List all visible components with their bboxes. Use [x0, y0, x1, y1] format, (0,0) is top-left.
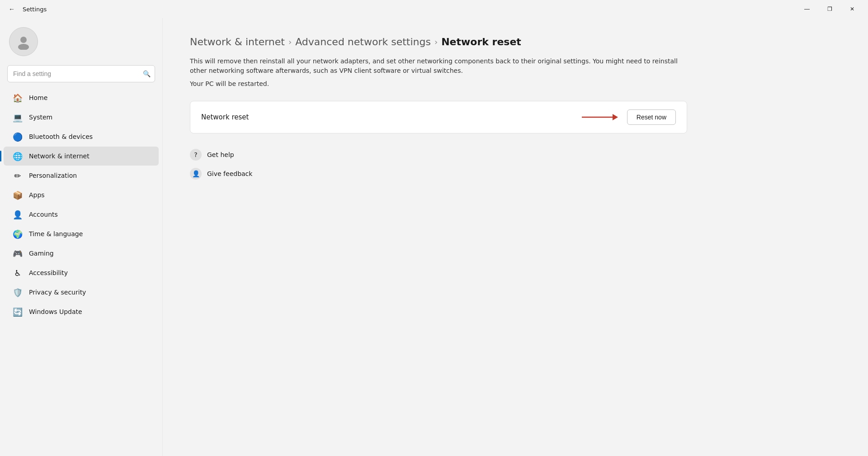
sidebar-item-privacy[interactable]: 🛡️ Privacy & security: [4, 283, 159, 302]
close-button[interactable]: ✕: [842, 2, 863, 16]
sidebar-item-home[interactable]: 🏠 Home: [4, 88, 159, 107]
svg-marker-3: [613, 114, 618, 120]
reset-card-label: Network reset: [201, 113, 249, 121]
personalization-icon: ✏️: [13, 171, 23, 180]
time-icon: 🌍: [13, 229, 23, 239]
home-icon: 🏠: [13, 93, 23, 103]
sidebar-item-accounts[interactable]: 👤 Accounts: [4, 205, 159, 224]
sidebar-item-network[interactable]: 🌐 Network & internet: [4, 147, 159, 166]
sidebar-item-label-home: Home: [29, 94, 47, 101]
reset-card-right: Reset now: [582, 109, 676, 125]
reset-now-button[interactable]: Reset now: [627, 109, 676, 125]
help-item-get-help[interactable]: ? Get help: [190, 147, 841, 162]
accounts-icon: 👤: [13, 209, 23, 219]
main-content: Network & internet›Advanced network sett…: [163, 18, 868, 456]
feedback-icon: 👤: [190, 168, 202, 180]
sidebar-nav: 🏠 Home 💻 System 🔵 Bluetooth & devices 🌐 …: [0, 88, 162, 322]
privacy-icon: 🛡️: [13, 287, 23, 297]
sidebar-item-update[interactable]: 🔄 Windows Update: [4, 302, 159, 321]
svg-point-0: [20, 37, 27, 43]
sidebar-item-personalization[interactable]: ✏️ Personalization: [4, 166, 159, 185]
sidebar-item-label-gaming: Gaming: [29, 250, 54, 257]
breadcrumb: Network & internet›Advanced network sett…: [190, 36, 841, 48]
sidebar-item-label-network: Network & internet: [29, 152, 90, 160]
breadcrumb-item-0[interactable]: Network & internet: [190, 36, 285, 48]
sidebar-item-bluetooth[interactable]: 🔵 Bluetooth & devices: [4, 127, 159, 146]
sidebar-item-label-system: System: [29, 114, 52, 121]
gaming-icon: 🎮: [13, 248, 23, 258]
sidebar-item-label-accounts: Accounts: [29, 211, 58, 218]
user-section: [0, 18, 162, 62]
titlebar: ← Settings — ❐ ✕: [0, 0, 868, 18]
bluetooth-icon: 🔵: [13, 132, 23, 142]
update-icon: 🔄: [13, 307, 23, 317]
back-button[interactable]: ←: [5, 3, 18, 15]
help-section: ? Get help 👤 Give feedback: [190, 147, 841, 181]
titlebar-left: ← Settings: [5, 3, 47, 15]
search-input[interactable]: [7, 65, 155, 82]
titlebar-controls: — ❐ ✕: [797, 2, 863, 16]
sidebar-item-apps[interactable]: 📦 Apps: [4, 185, 159, 204]
network-icon: 🌐: [13, 151, 23, 161]
get-help-label: Get help: [207, 151, 234, 158]
sidebar-item-accessibility[interactable]: ♿ Accessibility: [4, 263, 159, 282]
search-box: 🔍: [7, 65, 155, 82]
arrow-indicator: [582, 111, 618, 124]
breadcrumb-separator-1: ›: [288, 37, 292, 47]
sidebar-item-label-privacy: Privacy & security: [29, 289, 86, 296]
sidebar-item-label-apps: Apps: [29, 191, 45, 199]
breadcrumb-item-1[interactable]: Advanced network settings: [295, 36, 431, 48]
reset-card: Network reset Reset now: [190, 101, 687, 133]
restart-note: Your PC will be restarted.: [190, 80, 841, 87]
help-item-feedback[interactable]: 👤 Give feedback: [190, 166, 841, 181]
sidebar-item-label-time: Time & language: [29, 230, 83, 238]
feedback-label: Give feedback: [207, 170, 252, 177]
sidebar-item-label-accessibility: Accessibility: [29, 269, 68, 276]
svg-point-1: [18, 44, 29, 50]
sidebar-item-time[interactable]: 🌍 Time & language: [4, 224, 159, 243]
sidebar-item-label-personalization: Personalization: [29, 172, 77, 179]
breadcrumb-separator-2: ›: [434, 37, 438, 47]
breadcrumb-item-2: Network reset: [441, 36, 521, 48]
window-title: Settings: [23, 6, 47, 13]
app-container: 🔍 🏠 Home 💻 System 🔵 Bluetooth & devices …: [0, 18, 868, 456]
system-icon: 💻: [13, 112, 23, 122]
sidebar-item-gaming[interactable]: 🎮 Gaming: [4, 244, 159, 263]
sidebar-item-system[interactable]: 💻 System: [4, 108, 159, 127]
apps-icon: 📦: [13, 190, 23, 200]
avatar: [9, 27, 38, 56]
sidebar: 🔍 🏠 Home 💻 System 🔵 Bluetooth & devices …: [0, 18, 163, 456]
description-text: This will remove then reinstall all your…: [190, 57, 687, 76]
sidebar-item-label-bluetooth: Bluetooth & devices: [29, 133, 93, 140]
minimize-button[interactable]: —: [797, 2, 817, 16]
maximize-button[interactable]: ❐: [819, 2, 840, 16]
get-help-icon: ?: [190, 149, 202, 161]
accessibility-icon: ♿: [13, 268, 23, 278]
sidebar-item-label-update: Windows Update: [29, 308, 82, 315]
